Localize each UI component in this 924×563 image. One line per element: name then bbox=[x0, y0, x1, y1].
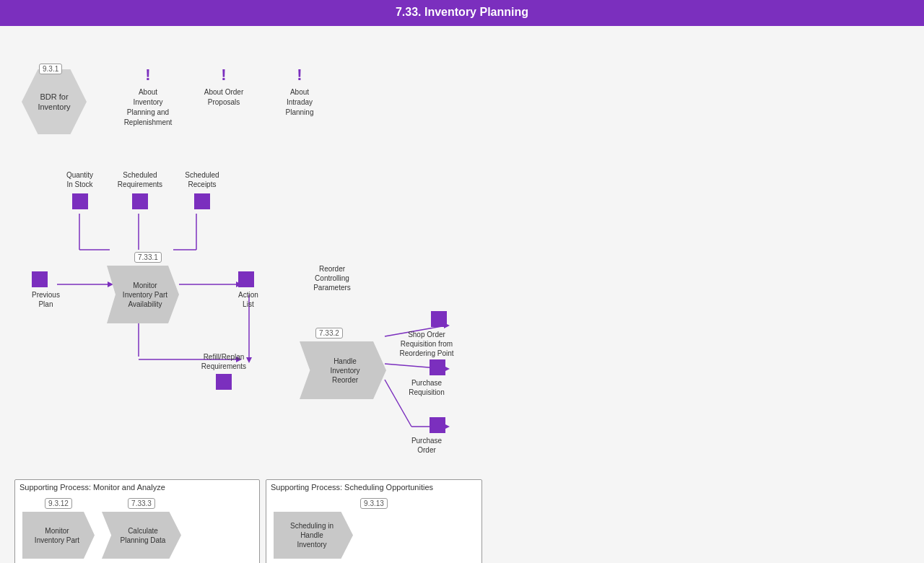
about-inventory-label: AboutInventoryPlanning andReplenishment bbox=[116, 87, 180, 128]
purchase-req-node: PurchaseRequisition bbox=[419, 359, 456, 397]
info-icon-intraday: ! bbox=[271, 66, 328, 84]
scheduling-node[interactable]: 9.3.13 Scheduling inHandleInventory bbox=[274, 496, 474, 559]
handle-reorder-node[interactable]: 7.33.2 HandleInventoryReorder bbox=[300, 326, 386, 399]
scheduling-version: 9.3.13 bbox=[360, 498, 388, 509]
support-scheduling-box: Supporting Process: Scheduling Opportuni… bbox=[266, 479, 482, 563]
info-icon-order: ! bbox=[195, 66, 253, 84]
handle-version: 7.33.2 bbox=[315, 328, 343, 339]
page-header: 7.33. Inventory Planning bbox=[0, 0, 924, 26]
sched-req-square[interactable] bbox=[132, 193, 148, 209]
purchase-order-node: PurchaseOrder bbox=[419, 417, 456, 455]
sched-rec-square[interactable] bbox=[194, 193, 210, 209]
quantity-instock-node: QuantityIn Stock bbox=[56, 170, 103, 209]
previous-plan-label: PreviousPlan bbox=[32, 290, 60, 309]
about-order-node: ! About OrderProposals bbox=[195, 66, 253, 108]
refill-replan-node: Refill/ReplanRequirements bbox=[191, 352, 256, 390]
monitor-support-node[interactable]: 9.3.12 MonitorInventory Part bbox=[22, 496, 95, 559]
scheduling-label: Scheduling inHandleInventory bbox=[290, 521, 334, 549]
support-scheduling-title: Supporting Process: Scheduling Opportuni… bbox=[266, 480, 481, 493]
action-list-node: ActionList bbox=[238, 271, 258, 309]
bdr-inventory-node[interactable]: BDR forInventory 9.3.1 bbox=[22, 69, 87, 134]
calc-planning-node[interactable]: 7.33.3 CalculatePlanning Data bbox=[102, 496, 181, 559]
monitor-support-version: 9.3.12 bbox=[45, 498, 72, 509]
calc-planning-label: CalculatePlanning Data bbox=[121, 526, 166, 545]
handle-label: HandleInventoryReorder bbox=[330, 357, 359, 385]
quantity-label: QuantityIn Stock bbox=[56, 170, 103, 189]
previous-plan-node: PreviousPlan bbox=[32, 271, 60, 309]
about-intraday-label: AboutIntradayPlanning bbox=[271, 87, 328, 118]
action-list-square[interactable] bbox=[238, 271, 254, 287]
action-list-label: ActionList bbox=[238, 290, 258, 309]
about-order-label: About OrderProposals bbox=[195, 87, 253, 108]
bdr-version: 9.3.1 bbox=[39, 64, 62, 74]
sched-req-label: ScheduledRequirements bbox=[112, 170, 168, 189]
calc-planning-version: 7.33.3 bbox=[128, 498, 155, 509]
shop-order-node: Shop OrderRequisition fromReordering Poi… bbox=[419, 311, 459, 358]
monitor-inventory-node[interactable]: 7.33.1 MonitorInventory PartAvailability bbox=[107, 250, 179, 323]
monitor-version: 7.33.1 bbox=[134, 252, 162, 263]
about-inventory-node: ! AboutInventoryPlanning andReplenishmen… bbox=[116, 66, 180, 128]
about-intraday-node: ! AboutIntradayPlanning bbox=[271, 66, 328, 118]
sched-rec-label: ScheduledReceipts bbox=[177, 170, 227, 189]
shop-order-square[interactable] bbox=[431, 311, 447, 327]
previous-plan-square[interactable] bbox=[32, 271, 48, 287]
purchase-req-label: PurchaseRequisition bbox=[398, 378, 456, 397]
shop-order-label: Shop OrderRequisition fromReordering Poi… bbox=[394, 330, 459, 358]
refill-square[interactable] bbox=[216, 374, 232, 390]
main-canvas: BDR forInventory 9.3.1 ! AboutInventoryP… bbox=[0, 26, 924, 563]
support-monitor-box: Supporting Process: Monitor and Analyze … bbox=[14, 479, 260, 563]
header-title: 7.33. Inventory Planning bbox=[396, 6, 528, 18]
sched-req-node: ScheduledRequirements bbox=[112, 170, 168, 209]
monitor-support-label: MonitorInventory Part bbox=[35, 526, 79, 545]
reorder-params-label: ReorderControllingParameters bbox=[303, 264, 361, 292]
purchase-req-square[interactable] bbox=[430, 359, 445, 375]
sched-rec-node: ScheduledReceipts bbox=[177, 170, 227, 209]
purchase-order-square[interactable] bbox=[430, 417, 445, 433]
info-icon-inventory: ! bbox=[116, 66, 180, 84]
monitor-label: MonitorInventory PartAvailability bbox=[123, 281, 167, 309]
bdr-label: BDR forInventory bbox=[38, 92, 70, 113]
purchase-order-label: PurchaseOrder bbox=[398, 436, 456, 455]
support-monitor-title: Supporting Process: Monitor and Analyze bbox=[15, 480, 259, 493]
refill-label: Refill/ReplanRequirements bbox=[191, 352, 256, 371]
quantity-square[interactable] bbox=[72, 193, 88, 209]
